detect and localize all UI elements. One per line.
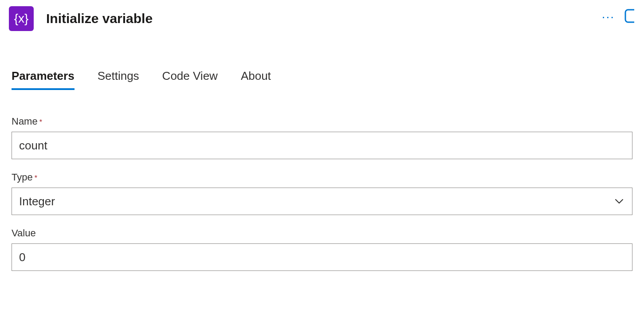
- field-value: Value: [12, 227, 632, 271]
- value-input[interactable]: [12, 243, 632, 271]
- tab-settings[interactable]: Settings: [98, 69, 139, 90]
- required-asterisk: *: [35, 174, 37, 182]
- required-asterisk: *: [39, 118, 42, 126]
- chevron-down-icon: [613, 196, 625, 207]
- tabs: Parameters Settings Code View About: [9, 69, 635, 90]
- variable-icon: {x}: [9, 6, 34, 31]
- name-input[interactable]: [12, 132, 632, 159]
- field-type: Type* Integer: [12, 172, 632, 215]
- type-label: Type: [12, 172, 33, 183]
- header-actions: ···: [602, 8, 634, 26]
- name-label: Name: [12, 116, 38, 127]
- tab-about[interactable]: About: [241, 69, 271, 90]
- parameters-form: Name* Type* Integer Va: [9, 116, 635, 271]
- more-options-icon[interactable]: ···: [602, 11, 615, 23]
- field-name: Name*: [12, 116, 632, 159]
- action-title: Initialize variable: [46, 11, 153, 26]
- action-header: {x} Initialize variable: [9, 6, 635, 31]
- type-select-value: Integer: [19, 195, 55, 208]
- tab-parameters[interactable]: Parameters: [12, 69, 75, 90]
- variable-icon-glyph: {x}: [14, 12, 29, 26]
- value-label: Value: [12, 227, 36, 239]
- expand-icon[interactable]: [624, 8, 634, 26]
- svg-rect-0: [625, 10, 634, 22]
- type-select[interactable]: Integer: [12, 188, 632, 215]
- tab-code-view[interactable]: Code View: [162, 69, 218, 90]
